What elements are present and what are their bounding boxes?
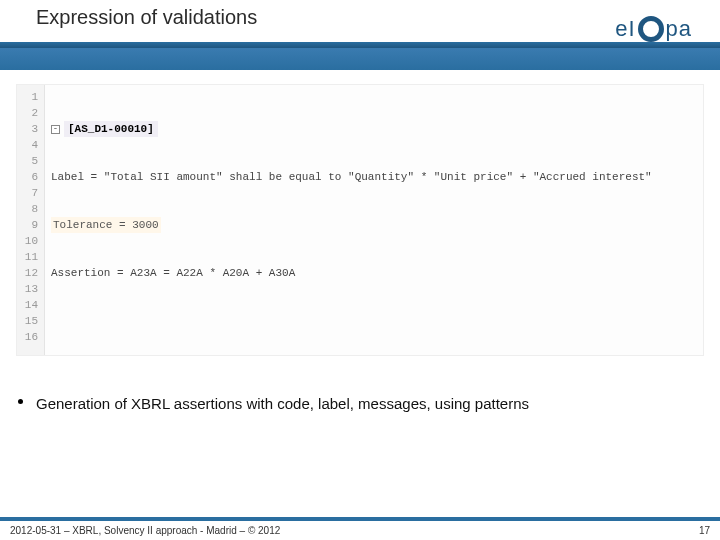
code-line: Label = "Total SII amount" shall be equa… bbox=[51, 169, 697, 185]
code-line: Assertion = A23A = A22A * A20A + A30A bbox=[51, 265, 697, 281]
slide-title: Expression of validations bbox=[36, 6, 257, 29]
bullet-text: Generation of XBRL assertions with code,… bbox=[36, 394, 680, 414]
bullet-item: Generation of XBRL assertions with code,… bbox=[36, 394, 680, 414]
line-num: 10 bbox=[19, 233, 42, 249]
fold-minus-icon[interactable]: - bbox=[51, 125, 60, 134]
page-number: 17 bbox=[699, 525, 710, 536]
line-num: 2 bbox=[19, 105, 42, 121]
logo-text-left: eI bbox=[615, 16, 635, 42]
line-num: 11 bbox=[19, 249, 42, 265]
code-panel: 1 2 3 4 5 6 7 8 9 10 11 12 13 14 15 16 -… bbox=[16, 84, 704, 356]
bullet-dot-icon bbox=[18, 399, 23, 404]
line-num: 1 bbox=[19, 89, 42, 105]
line-num: 9 bbox=[19, 217, 42, 233]
line-num: 6 bbox=[19, 169, 42, 185]
footer-left: 2012-05-31 – XBRL, Solvency II approach … bbox=[10, 525, 280, 536]
line-num: 7 bbox=[19, 185, 42, 201]
code-line: Tolerance = 3000 bbox=[51, 217, 161, 233]
logo-o-icon bbox=[638, 16, 664, 42]
eiopa-logo: eI pa bbox=[615, 16, 692, 42]
slide-footer: 2012-05-31 – XBRL, Solvency II approach … bbox=[0, 517, 720, 540]
line-num: 5 bbox=[19, 153, 42, 169]
line-num: 13 bbox=[19, 281, 42, 297]
line-num: 3 bbox=[19, 121, 42, 137]
line-num: 12 bbox=[19, 265, 42, 281]
logo-text-right: pa bbox=[666, 16, 692, 42]
rule-header: [AS_D1-00010] bbox=[64, 121, 158, 137]
line-num: 4 bbox=[19, 137, 42, 153]
header-stripe-thick bbox=[0, 48, 720, 70]
line-num: 8 bbox=[19, 201, 42, 217]
line-num: 15 bbox=[19, 313, 42, 329]
line-num: 14 bbox=[19, 297, 42, 313]
line-num: 16 bbox=[19, 329, 42, 345]
code-body: -[AS_D1-00010] Label = "Total SII amount… bbox=[45, 85, 703, 355]
line-number-gutter: 1 2 3 4 5 6 7 8 9 10 11 12 13 14 15 16 bbox=[17, 85, 45, 355]
